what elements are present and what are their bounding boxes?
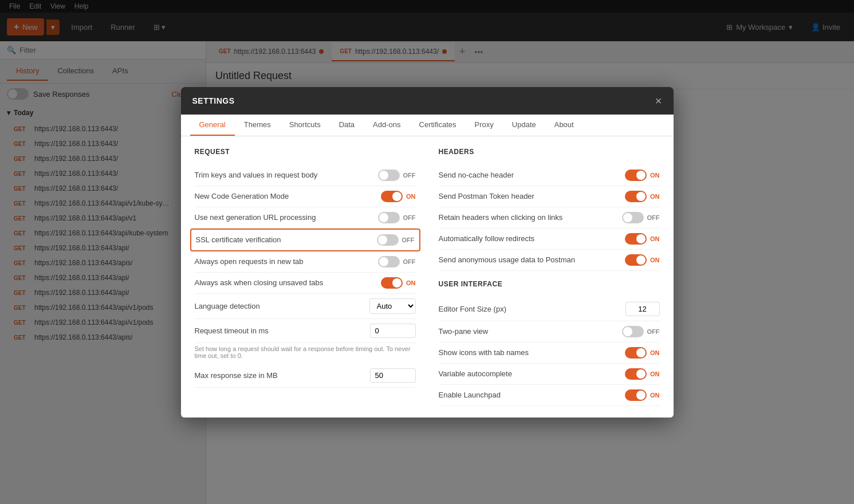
ssl-cert-value: OFF bbox=[377, 234, 415, 246]
postman-token-state: ON bbox=[650, 193, 660, 200]
var-autocomplete-state: ON bbox=[650, 371, 660, 377]
anonymous-usage-toggle[interactable] bbox=[625, 254, 647, 266]
modal-tab-update[interactable]: Update bbox=[503, 115, 545, 136]
launchpad-label: Enable Launchpad bbox=[439, 391, 619, 399]
show-icons-label: Show icons with tab names bbox=[439, 348, 619, 357]
var-autocomplete-value: ON bbox=[625, 368, 660, 380]
new-tab-state: OFF bbox=[403, 258, 416, 265]
code-gen-toggle[interactable] bbox=[381, 191, 403, 202]
code-gen-label: New Code Generation Mode bbox=[195, 192, 375, 200]
timeout-value bbox=[370, 324, 416, 338]
modal-overlay: SETTINGS × General Themes Shortcuts Data… bbox=[0, 0, 854, 504]
setting-timeout: Request timeout in ms bbox=[195, 319, 416, 343]
max-response-input[interactable] bbox=[370, 368, 416, 383]
two-pane-toggle[interactable] bbox=[622, 326, 644, 337]
setting-new-tab: Always open requests in new tab OFF bbox=[195, 251, 416, 273]
url-processing-value: OFF bbox=[378, 212, 416, 223]
modal-tab-addons[interactable]: Add-ons bbox=[364, 115, 410, 136]
postman-token-toggle[interactable] bbox=[625, 191, 647, 202]
launchpad-state: ON bbox=[650, 392, 660, 399]
language-detection-value: Auto Manual bbox=[369, 298, 416, 314]
settings-right-column: HEADERS Send no-cache header ON Send Pos… bbox=[439, 148, 660, 406]
settings-modal: SETTINGS × General Themes Shortcuts Data… bbox=[181, 87, 674, 418]
postman-token-label: Send Postman Token header bbox=[439, 192, 619, 200]
setting-two-pane: Two-pane view OFF bbox=[439, 321, 660, 342]
headers-section-title: HEADERS bbox=[439, 148, 660, 156]
trim-keys-state: OFF bbox=[403, 172, 416, 179]
modal-close-button[interactable]: × bbox=[655, 95, 662, 107]
follow-redirects-value: ON bbox=[625, 233, 660, 245]
modal-tab-themes[interactable]: Themes bbox=[235, 115, 280, 136]
modal-columns: REQUEST Trim keys and values in request … bbox=[195, 148, 660, 406]
ui-section-title: USER INTERFACE bbox=[439, 280, 660, 288]
setting-url-processing: Use next generation URL processing OFF bbox=[195, 207, 416, 229]
timeout-label: Request timeout in ms bbox=[195, 326, 363, 335]
language-detection-label: Language detection bbox=[195, 302, 363, 310]
setting-language-detection: Language detection Auto Manual bbox=[195, 294, 416, 319]
unsaved-tabs-label: Always ask when closing unsaved tabs bbox=[195, 278, 375, 287]
modal-tabs: General Themes Shortcuts Data Add-ons Ce… bbox=[181, 115, 674, 136]
setting-anonymous-usage: Send anonymous usage data to Postman ON bbox=[439, 250, 660, 271]
font-size-input[interactable] bbox=[625, 302, 660, 316]
retain-headers-toggle[interactable] bbox=[622, 212, 644, 223]
new-tab-label: Always open requests in new tab bbox=[195, 257, 371, 266]
font-size-label: Editor Font Size (px) bbox=[439, 305, 619, 313]
timeout-input[interactable] bbox=[370, 324, 416, 338]
request-section-title: REQUEST bbox=[195, 148, 416, 156]
code-gen-value: ON bbox=[381, 191, 416, 202]
ssl-cert-toggle[interactable] bbox=[377, 234, 399, 246]
show-icons-state: ON bbox=[650, 349, 660, 356]
show-icons-value: ON bbox=[625, 347, 660, 359]
two-pane-state: OFF bbox=[647, 328, 660, 335]
trim-keys-value: OFF bbox=[378, 170, 416, 181]
url-processing-label: Use next generation URL processing bbox=[195, 213, 371, 222]
setting-max-response: Max response size in MB bbox=[195, 364, 416, 388]
postman-token-value: ON bbox=[625, 191, 660, 202]
modal-tab-general[interactable]: General bbox=[190, 115, 235, 136]
url-processing-toggle[interactable] bbox=[378, 212, 400, 223]
retain-headers-state: OFF bbox=[647, 214, 660, 221]
max-response-label: Max response size in MB bbox=[195, 371, 363, 380]
unsaved-tabs-value: ON bbox=[381, 277, 416, 289]
unsaved-tabs-toggle[interactable] bbox=[381, 277, 403, 289]
setting-code-gen: New Code Generation Mode ON bbox=[195, 186, 416, 207]
settings-left-column: REQUEST Trim keys and values in request … bbox=[195, 148, 416, 406]
modal-tab-shortcuts[interactable]: Shortcuts bbox=[280, 115, 330, 136]
timeout-hint: Set how long a request should wait for a… bbox=[195, 343, 416, 364]
modal-header: SETTINGS × bbox=[181, 87, 674, 115]
two-pane-label: Two-pane view bbox=[439, 327, 615, 336]
follow-redirects-toggle[interactable] bbox=[625, 233, 647, 245]
launchpad-value: ON bbox=[625, 389, 660, 401]
launchpad-toggle[interactable] bbox=[625, 389, 647, 401]
no-cache-value: ON bbox=[625, 170, 660, 181]
url-processing-state: OFF bbox=[403, 214, 416, 221]
max-response-value bbox=[370, 368, 416, 383]
language-detection-select[interactable]: Auto Manual bbox=[369, 298, 416, 314]
trim-keys-label: Trim keys and values in request body bbox=[195, 171, 371, 179]
trim-keys-toggle[interactable] bbox=[378, 170, 400, 181]
setting-no-cache: Send no-cache header ON bbox=[439, 165, 660, 186]
setting-var-autocomplete: Variable autocomplete ON bbox=[439, 364, 660, 385]
setting-ssl-cert: SSL certificate verification OFF bbox=[190, 229, 420, 251]
modal-tab-data[interactable]: Data bbox=[330, 115, 364, 136]
var-autocomplete-toggle[interactable] bbox=[625, 368, 647, 380]
modal-tab-certificates[interactable]: Certificates bbox=[410, 115, 466, 136]
setting-font-size: Editor Font Size (px) bbox=[439, 297, 660, 321]
modal-tab-proxy[interactable]: Proxy bbox=[466, 115, 503, 136]
font-size-value bbox=[625, 302, 660, 316]
anonymous-usage-state: ON bbox=[650, 257, 660, 263]
retain-headers-label: Retain headers when clicking on links bbox=[439, 213, 615, 222]
show-icons-toggle[interactable] bbox=[625, 347, 647, 359]
new-tab-toggle[interactable] bbox=[378, 256, 400, 267]
modal-tab-about[interactable]: About bbox=[545, 115, 583, 136]
setting-postman-token: Send Postman Token header ON bbox=[439, 186, 660, 207]
two-pane-value: OFF bbox=[622, 326, 660, 337]
var-autocomplete-label: Variable autocomplete bbox=[439, 369, 619, 378]
anonymous-usage-label: Send anonymous usage data to Postman bbox=[439, 255, 619, 264]
follow-redirects-state: ON bbox=[650, 235, 660, 242]
anonymous-usage-value: ON bbox=[625, 254, 660, 266]
code-gen-state: ON bbox=[406, 193, 416, 200]
no-cache-toggle[interactable] bbox=[625, 170, 647, 181]
ssl-cert-state: OFF bbox=[402, 237, 415, 243]
unsaved-tabs-state: ON bbox=[406, 279, 416, 286]
